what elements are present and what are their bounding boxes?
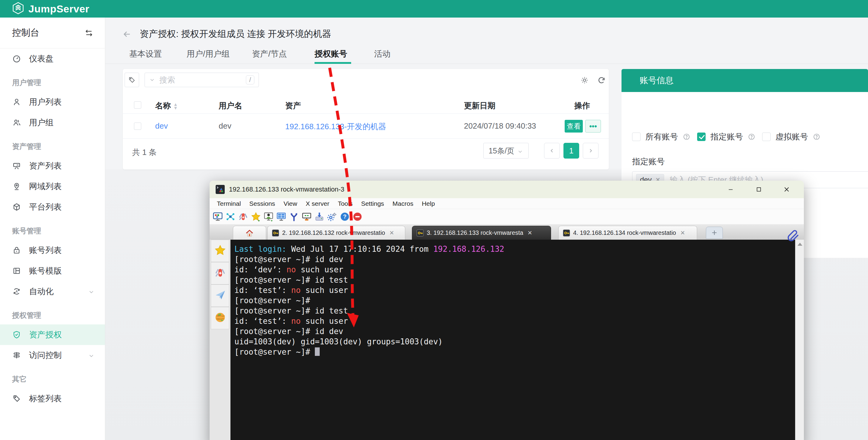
sidebar-item-资产授权[interactable]: 资产授权: [0, 324, 105, 345]
tab-close-icon[interactable]: ✕: [527, 229, 532, 236]
sidebar-item-网域列表[interactable]: 网域列表: [0, 176, 105, 197]
sidebar-item-账号列表[interactable]: 账号列表: [0, 240, 105, 261]
select-all-checkbox[interactable]: [134, 101, 141, 109]
specified-account-label: 指定账号: [632, 156, 665, 167]
exit-icon[interactable]: [352, 211, 363, 222]
table-row: devdev192.168.126.133-开发的机器2024/07/18 09…: [123, 114, 609, 139]
paperclip-icon[interactable]: [786, 228, 800, 242]
tab-基本设置[interactable]: 基本设置: [129, 49, 162, 59]
close-button[interactable]: [781, 184, 792, 194]
menu-X server[interactable]: X server: [302, 200, 334, 207]
checkbox[interactable]: [697, 133, 706, 141]
sidebar-item-访问控制[interactable]: 访问控制: [0, 345, 105, 365]
tab-close-icon[interactable]: ✕: [680, 229, 685, 236]
key-icon: [563, 229, 570, 237]
row-checkbox[interactable]: [134, 122, 141, 130]
back-arrow-icon[interactable]: [122, 29, 132, 39]
terminal-text-segment: no: [291, 317, 301, 326]
multiexec-icon[interactable]: [289, 211, 299, 222]
search-input[interactable]: 搜索 /: [145, 72, 259, 87]
column-header-用户名[interactable]: 用户名: [219, 100, 242, 111]
packages-icon[interactable]: [314, 211, 324, 222]
servers-icon[interactable]: [225, 211, 236, 222]
option-虚拟账号[interactable]: 虚拟账号: [762, 131, 820, 142]
brand[interactable]: JumpServer: [0, 1, 90, 16]
new-tab-button[interactable]: [706, 227, 723, 239]
tag-filter-button[interactable]: [125, 72, 139, 87]
terminal-side-knife-button[interactable]: [211, 262, 229, 285]
tab-close-icon[interactable]: ✕: [389, 229, 394, 236]
table-settings-gear-icon[interactable]: [580, 76, 589, 85]
more-actions-button[interactable]: •••: [585, 120, 601, 133]
sidebar-item-仪表盘[interactable]: 仪表盘: [0, 49, 105, 69]
settings-icon[interactable]: [327, 211, 337, 222]
terminal-line: [root@server ~]# id test: [235, 275, 795, 285]
option-label: 所有账号: [645, 131, 678, 142]
page-size-select[interactable]: 15条/页: [483, 143, 529, 158]
tab-授权账号[interactable]: 授权账号: [314, 49, 347, 59]
column-header-资产[interactable]: 资产: [285, 100, 301, 111]
terminal-text-segment: [root@server ~]#: [235, 296, 310, 305]
checkbox[interactable]: [632, 133, 641, 141]
tab-活动[interactable]: 活动: [374, 49, 391, 59]
split-icon[interactable]: [276, 211, 286, 222]
tab-用户/用户组[interactable]: 用户/用户组: [187, 49, 230, 59]
search-chevron-icon[interactable]: [149, 77, 155, 83]
menu-Macros[interactable]: Macros: [388, 200, 418, 207]
row-asset-link[interactable]: 192.168.126.133-开发的机器: [285, 122, 386, 131]
terminal-tab-3[interactable]: 3. 192.168.126.133 rock-vmwaresta✕: [412, 226, 551, 240]
terminal-scrollbar[interactable]: [795, 240, 804, 440]
terminal-side-plane-button[interactable]: [211, 285, 229, 307]
sidebar-section-label: 授权管理: [0, 302, 105, 324]
sidebar-item-账号模版[interactable]: 账号模版: [0, 261, 105, 281]
scroll-up-arrow-icon[interactable]: [798, 243, 802, 246]
column-header-操作[interactable]: 操作: [574, 100, 590, 111]
menu-Terminal[interactable]: Terminal: [213, 200, 245, 207]
menu-Tools[interactable]: Tools: [334, 200, 357, 207]
minimize-button[interactable]: [725, 184, 736, 194]
home-tab[interactable]: [233, 226, 266, 240]
terminal-titlebar[interactable]: 192.168.126.133 rock-vmwarestation-3: [210, 181, 804, 198]
view-icon[interactable]: [264, 211, 274, 222]
plane-icon: [214, 289, 226, 302]
table-refresh-icon[interactable]: [597, 76, 606, 85]
tunneling-icon[interactable]: [302, 211, 312, 222]
page-1-button[interactable]: 1: [563, 143, 579, 158]
bookmarks-icon[interactable]: [251, 211, 261, 222]
menu-Sessions[interactable]: Sessions: [245, 200, 279, 207]
terminal-tab-2[interactable]: 2. 192.168.126.132 rock-vmwarestatio✕: [267, 226, 405, 240]
sidebar-item-自动化[interactable]: A自动化: [0, 281, 105, 302]
sidebar-item-用户组[interactable]: 用户组: [0, 112, 105, 133]
terminal-screen[interactable]: Last login: Wed Jul 17 17:10:16 2024 fro…: [230, 240, 795, 440]
menu-Settings[interactable]: Settings: [357, 200, 388, 207]
tools-icon[interactable]: [238, 211, 248, 222]
switch-view-icon[interactable]: [84, 28, 93, 37]
sidebar-item-用户列表[interactable]: 用户列表: [0, 92, 105, 112]
terminal-tab-4[interactable]: 4. 192.168.126.134 rock-vmwarestatio✕: [558, 226, 697, 240]
sidebar-item-资产列表[interactable]: 资产列表: [0, 155, 105, 176]
row-name-link[interactable]: dev: [155, 121, 168, 130]
automation-icon: A: [12, 287, 21, 296]
option-指定账号[interactable]: 指定账号: [697, 131, 755, 142]
view-button[interactable]: 查看: [565, 120, 583, 133]
table-header-row: 名称▲▼用户名资产更新日期操作: [123, 96, 609, 114]
option-所有账号[interactable]: 所有账号: [632, 131, 690, 142]
maximize-button[interactable]: [754, 184, 764, 194]
menu-Help[interactable]: Help: [418, 200, 439, 207]
column-header-名称[interactable]: 名称▲▼: [155, 100, 178, 111]
tab-资产/节点[interactable]: 资产/节点: [252, 49, 287, 59]
sidebar-item-平台列表[interactable]: 平台列表: [0, 197, 105, 217]
menu-View[interactable]: View: [279, 200, 302, 207]
prev-page-button[interactable]: [544, 143, 560, 158]
session-icon[interactable]: [213, 211, 223, 222]
terminal-side-globe-button[interactable]: [211, 307, 229, 329]
sort-carets-icon[interactable]: ▲▼: [173, 102, 178, 110]
checkbox[interactable]: [762, 133, 771, 141]
terminal-side-star-button[interactable]: [211, 240, 229, 262]
next-page-button[interactable]: [583, 143, 598, 158]
terminal-text-segment: uid=1003(dev) gid=1003(dev) groups=1003(…: [235, 337, 443, 346]
column-header-更新日期[interactable]: 更新日期: [464, 100, 495, 111]
console-title[interactable]: 控制台: [12, 27, 39, 39]
help-icon[interactable]: ?: [340, 211, 350, 222]
sidebar-item-标签列表[interactable]: 标签列表: [0, 388, 105, 409]
